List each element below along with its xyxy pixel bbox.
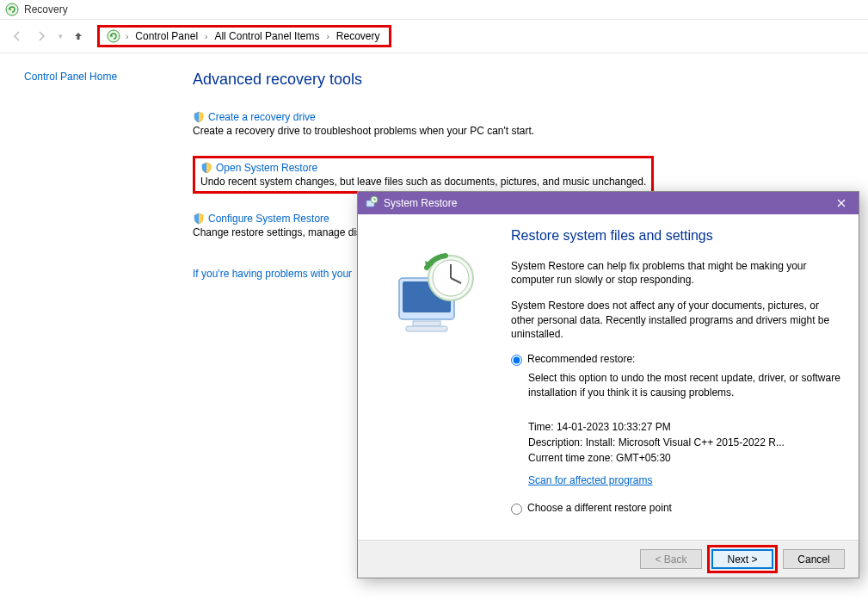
close-button[interactable] bbox=[831, 194, 852, 213]
different-restore-radio[interactable]: Choose a different restore point bbox=[511, 502, 841, 515]
tool-open-system-restore: Open System Restore Undo recent system c… bbox=[193, 156, 826, 194]
back-button[interactable] bbox=[7, 26, 28, 46]
restore-time: Time: 14-01-2023 10:33:27 PM bbox=[528, 421, 841, 433]
shield-icon bbox=[193, 213, 205, 225]
restore-icon bbox=[365, 195, 379, 212]
recovery-icon bbox=[5, 3, 19, 16]
open-system-restore-link[interactable]: Open System Restore bbox=[216, 162, 317, 174]
breadcrumb-item[interactable]: Control Panel bbox=[133, 30, 200, 42]
dialog-hero-icon bbox=[375, 228, 496, 540]
tool-create-recovery-drive: Create a recovery drive Create a recover… bbox=[193, 111, 826, 137]
svg-rect-7 bbox=[406, 326, 447, 331]
radio-label: Recommended restore: bbox=[527, 353, 635, 365]
next-button[interactable]: Next > bbox=[711, 549, 773, 569]
svg-point-0 bbox=[6, 3, 18, 15]
recent-dropdown-icon[interactable]: ▾ bbox=[55, 32, 66, 40]
dialog-heading: Restore system files and settings bbox=[511, 228, 841, 244]
chevron-right-icon: › bbox=[323, 32, 332, 41]
dialog-paragraph: System Restore can help fix problems tha… bbox=[511, 259, 841, 287]
radio-input[interactable] bbox=[511, 355, 522, 366]
dialog-paragraph: System Restore does not affect any of yo… bbox=[511, 299, 841, 341]
dialog-title-text: System Restore bbox=[384, 197, 457, 209]
nav-toolbar: ▾ › Control Panel › All Control Panel It… bbox=[0, 19, 868, 53]
scan-affected-programs-link[interactable]: Scan for affected programs bbox=[528, 474, 653, 486]
forward-button[interactable] bbox=[31, 26, 52, 46]
tool-desc: Undo recent system changes, but leave fi… bbox=[200, 176, 646, 188]
breadcrumb-item[interactable]: Recovery bbox=[335, 30, 382, 42]
recovery-icon bbox=[107, 29, 120, 43]
restore-description: Description: Install: Microsoft Visual C… bbox=[528, 436, 841, 448]
configure-system-restore-link[interactable]: Configure System Restore bbox=[208, 213, 329, 225]
restore-timezone: Current time zone: GMT+05:30 bbox=[528, 452, 841, 464]
troubleshoot-link[interactable]: If you're having problems with your bbox=[193, 268, 352, 280]
breadcrumb-item[interactable]: All Control Panel Items bbox=[212, 30, 321, 42]
radio-label: Choose a different restore point bbox=[527, 502, 672, 514]
window-title: Recovery bbox=[24, 3, 68, 15]
dialog-button-row: < Back Next > Cancel bbox=[358, 540, 859, 578]
shield-icon bbox=[193, 111, 205, 123]
dialog-titlebar[interactable]: System Restore bbox=[358, 192, 859, 214]
system-restore-dialog: System Restore Restore system files and … bbox=[357, 191, 859, 578]
radio-input[interactable] bbox=[511, 504, 522, 515]
up-button[interactable] bbox=[70, 28, 87, 45]
chevron-right-icon: › bbox=[201, 32, 211, 41]
window-titlebar: Recovery bbox=[0, 0, 868, 19]
breadcrumb[interactable]: › Control Panel › All Control Panel Item… bbox=[97, 25, 391, 47]
svg-point-1 bbox=[108, 30, 120, 42]
back-button[interactable]: < Back bbox=[640, 549, 702, 569]
highlight-annotation: Next > bbox=[707, 545, 778, 573]
recommended-desc: Select this option to undo the most rece… bbox=[528, 371, 841, 400]
control-panel-home-link[interactable]: Control Panel Home bbox=[24, 71, 117, 83]
cancel-button[interactable]: Cancel bbox=[783, 549, 845, 569]
recommended-restore-radio[interactable]: Recommended restore: bbox=[511, 353, 841, 366]
chevron-right-icon: › bbox=[122, 32, 132, 41]
sidebar: Control Panel Home bbox=[0, 71, 172, 280]
shield-icon bbox=[200, 162, 212, 174]
create-recovery-drive-link[interactable]: Create a recovery drive bbox=[208, 111, 316, 123]
tool-desc: Create a recovery drive to troubleshoot … bbox=[193, 125, 826, 137]
page-title: Advanced recovery tools bbox=[193, 71, 826, 89]
svg-rect-6 bbox=[413, 321, 440, 326]
highlight-annotation: Open System Restore Undo recent system c… bbox=[193, 156, 654, 194]
